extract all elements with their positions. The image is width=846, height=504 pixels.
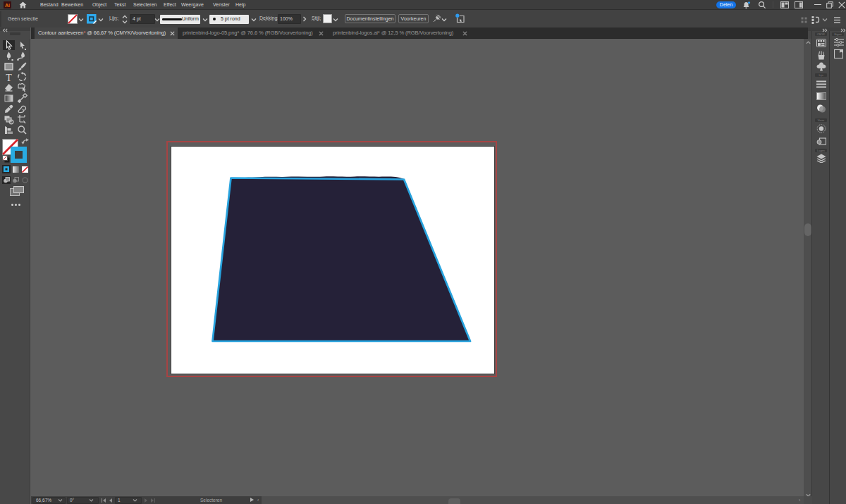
svg-text:T: T <box>6 72 12 82</box>
